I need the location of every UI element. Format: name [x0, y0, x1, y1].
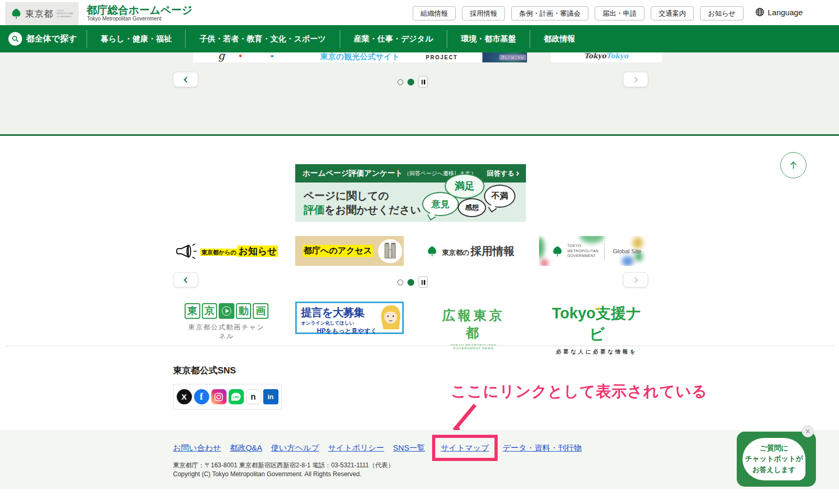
- bubble-fuman: 不満: [484, 185, 515, 208]
- site-subtitle: Tokyo Metropolitan Government: [87, 16, 162, 22]
- carousel-slide-fragment-tokyotokyo[interactable]: TokyoTokyo: [551, 52, 662, 62]
- sns-heading: 東京都公式SNS: [173, 364, 236, 377]
- access-label: 都庁へのアクセス: [303, 245, 373, 257]
- facebook-icon[interactable]: f: [194, 389, 209, 404]
- quick-link-saiyo[interactable]: 採用情報: [462, 6, 505, 20]
- star-icon: ✦: [596, 305, 601, 313]
- quick-link-todokede[interactable]: 届出・申請: [595, 6, 644, 20]
- quick-link-soshiki[interactable]: 組織情報: [413, 6, 456, 20]
- footer-link-sitemap[interactable]: サイトマップ: [440, 443, 489, 452]
- survey-banner[interactable]: ホームページ評価アンケート （回答ページへ遷移します） 回答する ページに関して…: [295, 164, 526, 222]
- nav-item-tosei[interactable]: 都政情報: [530, 25, 589, 52]
- project-label: PROJECT: [414, 52, 482, 62]
- koho-caption: TOKYO METROPOLITAN GOVERNMENT NEWS: [439, 344, 508, 350]
- section-divider-green: [0, 134, 839, 136]
- footer-address: 東京都庁：〒163-8001 東京都新宿区西新宿2-8-1 電話：03-5321…: [173, 461, 394, 470]
- survey-header: ホームページ評価アンケート （回答ページへ遷移します） 回答する: [295, 164, 526, 183]
- oshirase-label: 東京都からのお知らせ: [200, 245, 278, 258]
- scroll-to-top-button[interactable]: [780, 152, 806, 178]
- language-button[interactable]: Language: [755, 7, 803, 17]
- line-icon[interactable]: LINE: [229, 389, 244, 404]
- carousel2-next-button[interactable]: [623, 272, 648, 287]
- nav-search-all[interactable]: 都全体で探す: [0, 25, 87, 52]
- survey-title: ホームページ評価アンケート: [303, 168, 403, 178]
- carousel1-next-button[interactable]: [623, 72, 648, 87]
- nav-item-sangyo[interactable]: 産業・仕事・デジタル: [340, 25, 447, 52]
- chevron-left-icon: [184, 277, 189, 283]
- x-twitter-icon[interactable]: X: [177, 389, 192, 404]
- quick-link-jorei[interactable]: 条例・計画・審議会: [511, 6, 588, 20]
- survey-answer-button[interactable]: 回答する: [487, 169, 519, 178]
- saiyo-label: 東京都の採用情報: [442, 244, 514, 259]
- carousel2-pagination: [397, 276, 428, 288]
- footer-links: お問い合わせ 都政Q&A 使い方ヘルプ サイトポリシー SNS一覧 サイトマップ…: [173, 438, 582, 457]
- global-site-label: Global Site: [613, 248, 641, 254]
- footer-copyright: Copyright (C) Tokyo Metropolitan Governm…: [173, 470, 361, 478]
- video-caption: 東京都公式動画チャンネル: [185, 323, 268, 341]
- footer-link-qa[interactable]: 都政Q&A: [230, 443, 262, 453]
- carousel2-pause-button[interactable]: [418, 276, 428, 288]
- carousel-slide-fragment-1[interactable]: g: [193, 52, 296, 62]
- teigen-title: 提言を大募集: [301, 305, 379, 320]
- banner-oshirase[interactable]: 東京都からのお知らせ: [173, 236, 282, 266]
- brand-small-text: TOKYO METROPOLITAN GOVERNMENT: [57, 9, 74, 18]
- tokyotokyo-blue: Tokyo: [606, 52, 628, 60]
- banner-global-site[interactable]: TOKYO METROPOLITAN GOVERNMENT Global Sit…: [539, 236, 648, 266]
- carousel1-pause-button[interactable]: [418, 76, 428, 88]
- survey-line2-highlight: 評価: [304, 204, 325, 216]
- quick-link-oshirase[interactable]: お知らせ: [700, 6, 744, 20]
- footer-link-contact[interactable]: お問い合わせ: [173, 443, 221, 453]
- carousel-slide-fragment-kanko[interactable]: 東京の観光公式サイト: [296, 52, 424, 62]
- site-title[interactable]: 都庁総合ホームページ: [87, 3, 192, 17]
- chevron-right-icon: [632, 277, 638, 283]
- chevron-right-icon: [515, 171, 519, 175]
- quick-link-kotsu[interactable]: 交通案内: [651, 6, 694, 20]
- footer-link-sns[interactable]: SNS一覧: [393, 443, 425, 453]
- brand-text: 東京都: [25, 8, 53, 20]
- nav-item-kodomo[interactable]: 子供・若者・教育・文化・スポーツ: [186, 25, 339, 52]
- carousel2-dot-2-active[interactable]: [407, 279, 414, 286]
- note-icon[interactable]: n: [246, 389, 261, 404]
- slide1-script-decoration: g: [218, 52, 225, 62]
- chatbot-widget[interactable]: ご質問に チャットボットが お答えします: [737, 432, 816, 487]
- shien-title: Tokyo支援ナビ✦: [545, 303, 648, 345]
- survey-line2-rest: をお聞かせください: [325, 204, 421, 216]
- search-icon: [8, 32, 22, 46]
- nav-item-kurashi[interactable]: 暮らし・健康・福祉: [87, 25, 186, 52]
- video-char: 京: [202, 303, 218, 319]
- arrow-up-icon: [788, 160, 799, 170]
- banner-tokyo-shien-navi[interactable]: Tokyo支援ナビ✦ 必要な人に必要な情報を: [545, 303, 648, 356]
- project-more-label: 詳しくはこちら: [499, 55, 526, 60]
- banner-koho-tokyo[interactable]: 広報東京都 TOKYO METROPOLITAN GOVERNMENT NEWS: [439, 307, 508, 350]
- instagram-icon[interactable]: [211, 389, 227, 404]
- chatbot-close-icon[interactable]: ✕: [802, 425, 814, 437]
- koho-title: 広報東京都: [439, 307, 508, 341]
- carousel2-prev-button[interactable]: [173, 272, 198, 287]
- carousel1-prev-button[interactable]: [173, 72, 198, 87]
- banner-teigen[interactable]: 提言を大募集 オンライン化してほしい HPをもっと見やすく: [295, 302, 404, 334]
- carousel-slide-fragment-project[interactable]: PROJECT 詳しくはこちら: [414, 52, 527, 62]
- footer-link-help[interactable]: 使い方ヘルプ: [271, 443, 319, 453]
- footer-link-data[interactable]: データ・資料・刊行物: [503, 443, 582, 453]
- ginkgo-leaf-icon: [552, 245, 563, 257]
- oshirase-big: お知らせ: [238, 245, 278, 257]
- hero-carousel-section: g 東京の観光公式サイト PROJECT 詳しくはこちら TokyoTokyo: [0, 52, 839, 135]
- header-quick-links: 組織情報 採用情報 条例・計画・審議会 届出・申請 交通案内 お知らせ: [413, 6, 744, 20]
- banner-saiyo[interactable]: 東京都の採用情報: [417, 236, 525, 266]
- linkedin-icon[interactable]: in: [263, 389, 278, 404]
- chatbot-bubble: ご質問に チャットボットが お答えします: [743, 438, 805, 480]
- footer-link-policy[interactable]: サイトポリシー: [328, 443, 384, 453]
- chevron-right-icon: [632, 77, 638, 82]
- pause-icon: [424, 280, 425, 285]
- annotation-text: ここにリンクとして表示されている: [451, 381, 708, 402]
- carousel1-dot-2-active[interactable]: [407, 79, 414, 85]
- play-icon: [219, 303, 234, 319]
- tokyo-logo[interactable]: 東京都 TOKYO METROPOLITAN GOVERNMENT: [5, 2, 79, 25]
- megaphone-icon: [176, 242, 197, 260]
- nav-item-kankyo[interactable]: 環境・都市基盤: [447, 25, 530, 52]
- banner-tokyo-douga[interactable]: 東 京 動 画 東京都公式動画チャンネル: [185, 303, 268, 341]
- banner-access[interactable]: 都庁へのアクセス: [295, 236, 404, 266]
- carousel2-dot-1[interactable]: [397, 280, 403, 285]
- slide1-red-dot: [239, 55, 242, 57]
- carousel1-dot-1[interactable]: [397, 79, 403, 85]
